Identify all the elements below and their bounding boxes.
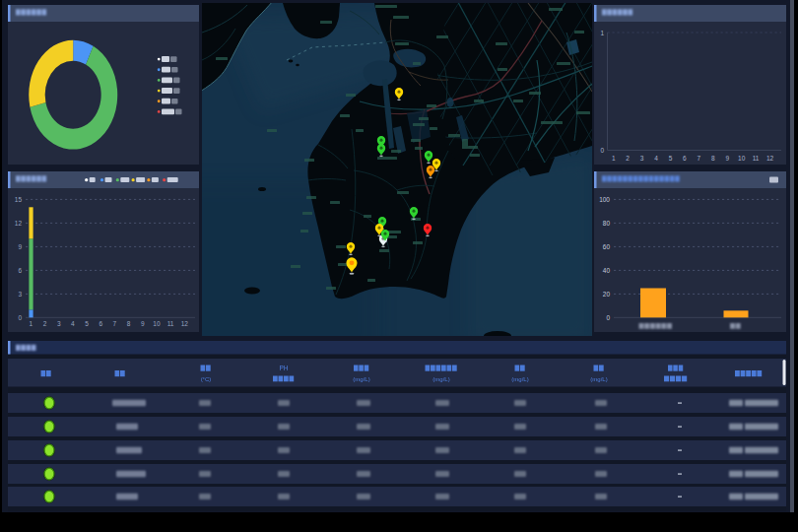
svg-text:(mg/L): (mg/L) [511, 376, 528, 382]
svg-text:3: 3 [18, 291, 22, 298]
svg-text:6: 6 [99, 320, 102, 327]
svg-text:40: 40 [603, 267, 611, 274]
svg-text:6: 6 [18, 267, 22, 274]
svg-text:(°C): (°C) [201, 376, 212, 382]
svg-text:0: 0 [600, 147, 604, 154]
svg-text:12: 12 [181, 320, 189, 327]
svg-text:5: 5 [85, 320, 89, 327]
svg-text:12: 12 [15, 220, 23, 227]
svg-text:9: 9 [725, 155, 729, 162]
svg-text:3: 3 [57, 320, 61, 327]
svg-text:4: 4 [654, 155, 658, 162]
svg-text:10: 10 [738, 155, 746, 162]
svg-text:1: 1 [612, 155, 616, 162]
svg-text:15: 15 [15, 196, 23, 203]
svg-text:1: 1 [600, 30, 604, 36]
svg-text:11: 11 [753, 155, 760, 162]
svg-text:2: 2 [43, 320, 47, 327]
svg-text:100: 100 [599, 196, 610, 203]
svg-text:20: 20 [603, 291, 611, 298]
svg-text:0: 0 [18, 314, 22, 321]
svg-text:9: 9 [18, 243, 22, 250]
svg-text:12: 12 [766, 155, 774, 162]
svg-text:5: 5 [669, 155, 673, 162]
svg-text:(mg/L): (mg/L) [353, 376, 369, 382]
svg-text:4: 4 [71, 320, 75, 327]
svg-text:6: 6 [683, 155, 687, 162]
svg-text:7: 7 [113, 320, 117, 327]
svg-text:10: 10 [153, 320, 161, 327]
svg-text:8: 8 [711, 155, 715, 162]
svg-text:11: 11 [167, 320, 174, 327]
svg-text:7: 7 [697, 155, 700, 162]
svg-text:2: 2 [626, 155, 630, 162]
svg-text:3: 3 [640, 155, 644, 162]
svg-text:80: 80 [603, 220, 611, 227]
svg-text:(mg/L): (mg/L) [432, 376, 449, 382]
svg-text:(mg/L): (mg/L) [590, 376, 607, 382]
svg-text:0: 0 [606, 314, 610, 321]
svg-text:60: 60 [603, 243, 611, 250]
svg-text:9: 9 [141, 320, 145, 327]
svg-text:8: 8 [127, 320, 131, 327]
svg-text:1: 1 [30, 320, 33, 327]
svg-text:PH: PH [279, 365, 288, 371]
